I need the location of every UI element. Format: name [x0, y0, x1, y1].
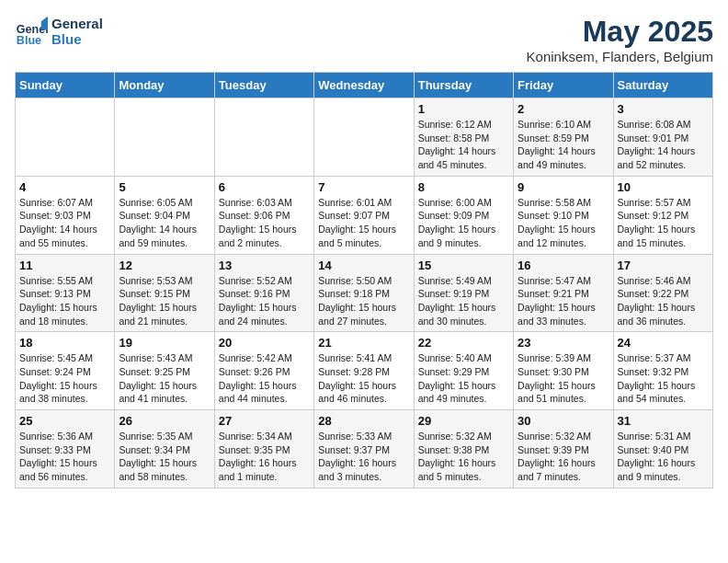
title-block: May 2025 Koninksem, Flanders, Belgium — [527, 15, 713, 64]
day-cell: 12Sunrise: 5:53 AM Sunset: 9:15 PM Dayli… — [115, 254, 214, 332]
col-header-tuesday: Tuesday — [214, 73, 313, 98]
day-number: 22 — [418, 336, 509, 350]
day-info: Sunrise: 6:01 AM Sunset: 9:07 PM Dayligh… — [318, 196, 409, 250]
location: Koninksem, Flanders, Belgium — [527, 49, 713, 64]
day-info: Sunrise: 5:32 AM Sunset: 9:38 PM Dayligh… — [418, 430, 509, 484]
day-info: Sunrise: 5:58 AM Sunset: 9:10 PM Dayligh… — [518, 196, 609, 250]
day-info: Sunrise: 5:36 AM Sunset: 9:33 PM Dayligh… — [19, 430, 110, 484]
day-info: Sunrise: 6:08 AM Sunset: 9:01 PM Dayligh… — [618, 118, 709, 172]
day-cell — [214, 98, 313, 177]
day-info: Sunrise: 6:03 AM Sunset: 9:06 PM Dayligh… — [219, 196, 310, 250]
logo-general: General — [51, 16, 103, 31]
day-info: Sunrise: 6:05 AM Sunset: 9:04 PM Dayligh… — [119, 196, 210, 250]
col-header-wednesday: Wednesday — [314, 73, 414, 98]
day-info: Sunrise: 5:39 AM Sunset: 9:30 PM Dayligh… — [518, 351, 609, 406]
day-cell: 23Sunrise: 5:39 AM Sunset: 9:30 PM Dayli… — [514, 332, 613, 410]
week-row-5: 25Sunrise: 5:36 AM Sunset: 9:33 PM Dayli… — [16, 410, 713, 488]
day-cell: 15Sunrise: 5:49 AM Sunset: 9:19 PM Dayli… — [414, 254, 513, 332]
day-number: 14 — [318, 259, 409, 272]
day-info: Sunrise: 5:45 AM Sunset: 9:24 PM Dayligh… — [19, 351, 110, 406]
svg-text:Blue: Blue — [17, 34, 41, 47]
day-info: Sunrise: 6:10 AM Sunset: 8:59 PM Dayligh… — [518, 118, 609, 172]
day-cell: 2Sunrise: 6:10 AM Sunset: 8:59 PM Daylig… — [514, 98, 613, 177]
day-info: Sunrise: 5:31 AM Sunset: 9:40 PM Dayligh… — [618, 430, 709, 484]
day-cell: 7Sunrise: 6:01 AM Sunset: 9:07 PM Daylig… — [314, 176, 414, 254]
col-header-thursday: Thursday — [414, 73, 513, 98]
page-header: General Blue General Blue May 2025 Konin… — [15, 15, 713, 64]
day-number: 16 — [518, 259, 609, 272]
day-info: Sunrise: 5:41 AM Sunset: 9:28 PM Dayligh… — [318, 351, 409, 406]
week-row-4: 18Sunrise: 5:45 AM Sunset: 9:24 PM Dayli… — [16, 332, 713, 410]
week-row-2: 4Sunrise: 6:07 AM Sunset: 9:03 PM Daylig… — [16, 176, 713, 254]
day-number: 15 — [418, 259, 509, 272]
day-number: 6 — [219, 180, 310, 194]
day-cell: 25Sunrise: 5:36 AM Sunset: 9:33 PM Dayli… — [16, 410, 115, 488]
day-number: 23 — [518, 336, 609, 350]
day-number: 26 — [119, 414, 210, 428]
day-info: Sunrise: 5:55 AM Sunset: 9:13 PM Dayligh… — [19, 274, 110, 328]
day-cell: 17Sunrise: 5:46 AM Sunset: 9:22 PM Dayli… — [613, 254, 712, 332]
day-cell — [16, 98, 115, 177]
calendar-header-row: SundayMondayTuesdayWednesdayThursdayFrid… — [16, 73, 713, 98]
day-info: Sunrise: 5:37 AM Sunset: 9:32 PM Dayligh… — [618, 351, 709, 406]
day-info: Sunrise: 5:32 AM Sunset: 9:39 PM Dayligh… — [518, 430, 609, 484]
day-cell: 26Sunrise: 5:35 AM Sunset: 9:34 PM Dayli… — [115, 410, 214, 488]
day-info: Sunrise: 5:50 AM Sunset: 9:18 PM Dayligh… — [318, 274, 409, 328]
month-title: May 2025 — [527, 15, 713, 49]
day-info: Sunrise: 5:47 AM Sunset: 9:21 PM Dayligh… — [518, 274, 609, 328]
col-header-friday: Friday — [514, 73, 613, 98]
day-cell — [314, 98, 414, 177]
day-number: 17 — [618, 259, 709, 272]
day-cell: 13Sunrise: 5:52 AM Sunset: 9:16 PM Dayli… — [214, 254, 313, 332]
calendar-table: SundayMondayTuesdayWednesdayThursdayFrid… — [15, 72, 713, 488]
day-number: 27 — [219, 414, 310, 428]
day-cell: 11Sunrise: 5:55 AM Sunset: 9:13 PM Dayli… — [16, 254, 115, 332]
day-number: 7 — [318, 180, 409, 194]
day-cell: 28Sunrise: 5:33 AM Sunset: 9:37 PM Dayli… — [314, 410, 414, 488]
day-info: Sunrise: 5:46 AM Sunset: 9:22 PM Dayligh… — [618, 274, 709, 328]
day-number: 30 — [518, 414, 609, 428]
day-number: 9 — [518, 180, 609, 194]
day-number: 10 — [618, 180, 709, 194]
day-cell: 3Sunrise: 6:08 AM Sunset: 9:01 PM Daylig… — [613, 98, 712, 177]
day-info: Sunrise: 6:07 AM Sunset: 9:03 PM Dayligh… — [19, 196, 110, 250]
day-cell: 27Sunrise: 5:34 AM Sunset: 9:35 PM Dayli… — [214, 410, 313, 488]
day-number: 5 — [119, 180, 210, 194]
day-info: Sunrise: 6:00 AM Sunset: 9:09 PM Dayligh… — [418, 196, 509, 250]
day-number: 31 — [618, 414, 709, 428]
day-info: Sunrise: 5:43 AM Sunset: 9:25 PM Dayligh… — [119, 351, 210, 406]
day-number: 28 — [318, 414, 409, 428]
day-cell: 10Sunrise: 5:57 AM Sunset: 9:12 PM Dayli… — [613, 176, 712, 254]
day-info: Sunrise: 5:52 AM Sunset: 9:16 PM Dayligh… — [219, 274, 310, 328]
day-cell: 29Sunrise: 5:32 AM Sunset: 9:38 PM Dayli… — [414, 410, 513, 488]
day-cell: 21Sunrise: 5:41 AM Sunset: 9:28 PM Dayli… — [314, 332, 414, 410]
day-number: 25 — [19, 414, 110, 428]
day-cell: 20Sunrise: 5:42 AM Sunset: 9:26 PM Dayli… — [214, 332, 313, 410]
day-cell: 19Sunrise: 5:43 AM Sunset: 9:25 PM Dayli… — [115, 332, 214, 410]
day-cell: 9Sunrise: 5:58 AM Sunset: 9:10 PM Daylig… — [514, 176, 613, 254]
day-cell: 1Sunrise: 6:12 AM Sunset: 8:58 PM Daylig… — [414, 98, 513, 177]
day-cell — [115, 98, 214, 177]
day-cell: 16Sunrise: 5:47 AM Sunset: 9:21 PM Dayli… — [514, 254, 613, 332]
day-cell: 8Sunrise: 6:00 AM Sunset: 9:09 PM Daylig… — [414, 176, 513, 254]
day-cell: 24Sunrise: 5:37 AM Sunset: 9:32 PM Dayli… — [613, 332, 712, 410]
day-info: Sunrise: 5:53 AM Sunset: 9:15 PM Dayligh… — [119, 274, 210, 328]
day-info: Sunrise: 6:12 AM Sunset: 8:58 PM Dayligh… — [418, 118, 509, 172]
day-cell: 14Sunrise: 5:50 AM Sunset: 9:18 PM Dayli… — [314, 254, 414, 332]
day-info: Sunrise: 5:34 AM Sunset: 9:35 PM Dayligh… — [219, 430, 310, 484]
svg-marker-2 — [41, 17, 48, 29]
week-row-1: 1Sunrise: 6:12 AM Sunset: 8:58 PM Daylig… — [16, 98, 713, 177]
day-number: 4 — [19, 180, 110, 194]
col-header-monday: Monday — [115, 73, 214, 98]
day-number: 3 — [618, 102, 709, 116]
logo-blue: Blue — [51, 31, 103, 47]
day-info: Sunrise: 5:33 AM Sunset: 9:37 PM Dayligh… — [318, 430, 409, 484]
day-info: Sunrise: 5:49 AM Sunset: 9:19 PM Dayligh… — [418, 274, 509, 328]
day-number: 29 — [418, 414, 509, 428]
day-info: Sunrise: 5:35 AM Sunset: 9:34 PM Dayligh… — [119, 430, 210, 484]
day-number: 11 — [19, 259, 110, 272]
day-info: Sunrise: 5:42 AM Sunset: 9:26 PM Dayligh… — [219, 351, 310, 406]
day-cell: 4Sunrise: 6:07 AM Sunset: 9:03 PM Daylig… — [16, 176, 115, 254]
day-number: 18 — [19, 336, 110, 350]
day-number: 2 — [518, 102, 609, 116]
